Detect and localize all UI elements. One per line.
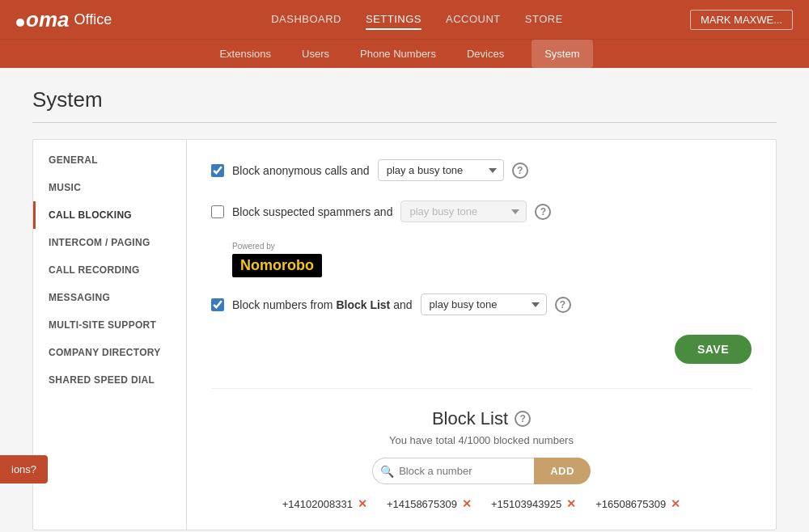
anonymous-calls-checkbox[interactable] <box>211 164 224 177</box>
main-layout: GENERAL MUSIC CALL BLOCKING INTERCOM / P… <box>32 139 777 530</box>
sidebar-item-company-directory[interactable]: COMPANY DIRECTORY <box>33 339 186 366</box>
anonymous-calls-row: Block anonymous calls and play a busy to… <box>211 159 752 181</box>
save-button-row: SAVE <box>211 335 752 364</box>
blocked-number-value: +15103943925 <box>491 498 561 510</box>
sub-nav: Extensions Users Phone Numbers Devices S… <box>0 39 809 68</box>
block-list-input-row: 🔍 ADD <box>211 458 752 484</box>
main-nav: DASHBOARD SETTINGS ACCOUNT STORE <box>144 10 690 30</box>
suspected-spammers-row: Block suspected spammers and play busy t… <box>211 201 752 222</box>
remove-number-button[interactable]: ✕ <box>462 497 472 510</box>
blocked-number-value: +16508675309 <box>595 498 666 510</box>
block-list-title: Block List ? <box>211 408 752 429</box>
powered-by-label: Powered by <box>232 242 752 251</box>
nomorobo-section: Powered by Nomorobo <box>232 242 752 277</box>
add-number-button[interactable]: ADD <box>534 458 591 484</box>
nav-dashboard[interactable]: DASHBOARD <box>271 10 341 30</box>
suspected-spammers-checkbox[interactable] <box>211 205 224 218</box>
nav-store[interactable]: STORE <box>525 10 563 30</box>
blocked-numbers-list: +14102008331 ✕ +14158675309 ✕ +151039439… <box>211 497 752 510</box>
top-nav: oma Office DASHBOARD SETTINGS ACCOUNT ST… <box>0 0 809 39</box>
subnav-extensions[interactable]: Extensions <box>216 40 274 68</box>
subnav-system[interactable]: System <box>532 40 592 68</box>
nomorobo-badge: Nomorobo <box>232 254 322 277</box>
search-icon: 🔍 <box>380 465 394 478</box>
page-content: System GENERAL MUSIC CALL BLOCKING INTER… <box>0 68 809 532</box>
block-list-help-icon[interactable]: ? <box>555 297 571 313</box>
list-item: +14158675309 ✕ <box>387 497 472 510</box>
content-area: Block anonymous calls and play a busy to… <box>187 140 776 530</box>
list-item: +16508675309 ✕ <box>595 497 680 510</box>
block-list-section: Block List ? You have total 4/1000 block… <box>211 388 752 510</box>
nav-settings[interactable]: SETTINGS <box>366 10 421 30</box>
subnav-devices[interactable]: Devices <box>464 40 507 68</box>
subnav-users[interactable]: Users <box>299 40 332 68</box>
page-divider <box>32 122 777 123</box>
page-title: System <box>32 87 777 112</box>
block-list-row: Block numbers from Block List and play b… <box>211 293 752 315</box>
logo-ooma: oma <box>16 7 69 32</box>
block-list-select[interactable]: play busy tone play a busy tone play a m… <box>421 293 547 315</box>
block-list-label: Block numbers from Block List and <box>232 298 413 311</box>
sidebar-item-multi-site[interactable]: MULTI-SITE SUPPORT <box>33 311 186 339</box>
block-number-input[interactable] <box>372 458 534 484</box>
sidebar-item-call-blocking[interactable]: CALL BLOCKING <box>33 201 186 229</box>
sidebar-item-speed-dial[interactable]: SHARED SPEED DIAL <box>33 366 186 394</box>
sidebar-item-messaging[interactable]: MESSAGING <box>33 284 186 311</box>
sidebar-item-music[interactable]: MUSIC <box>33 174 186 201</box>
nav-account[interactable]: ACCOUNT <box>446 10 501 30</box>
block-list-title-help-icon[interactable]: ? <box>515 411 531 427</box>
sidebar-item-call-recording[interactable]: CALL RECORDING <box>33 256 186 284</box>
left-bubble[interactable]: ions? <box>0 455 48 483</box>
suspected-spammers-help-icon[interactable]: ? <box>535 204 551 220</box>
subnav-phone-numbers[interactable]: Phone Numbers <box>357 40 439 68</box>
remove-number-button[interactable]: ✕ <box>566 497 576 510</box>
anonymous-calls-help-icon[interactable]: ? <box>512 163 528 179</box>
blocked-number-value: +14158675309 <box>387 498 457 510</box>
anonymous-calls-label: Block anonymous calls and <box>232 164 370 177</box>
remove-number-button[interactable]: ✕ <box>358 497 367 510</box>
user-menu-button[interactable]: MARK MAXWE... <box>690 10 793 30</box>
suspected-spammers-select[interactable]: play busy tone play a busy tone play a m… <box>400 201 527 222</box>
logo-office: Office <box>74 11 112 28</box>
logo: oma Office <box>16 7 112 32</box>
anonymous-calls-select[interactable]: play a busy tone play a message forward … <box>378 159 504 181</box>
list-item: +14102008331 ✕ <box>282 497 367 510</box>
block-input-wrapper: 🔍 <box>372 458 534 484</box>
list-item: +15103943925 ✕ <box>491 497 576 510</box>
sidebar-item-general[interactable]: GENERAL <box>33 146 186 174</box>
sidebar-item-intercom[interactable]: INTERCOM / PAGING <box>33 229 186 256</box>
sidebar: GENERAL MUSIC CALL BLOCKING INTERCOM / P… <box>33 140 187 530</box>
remove-number-button[interactable]: ✕ <box>671 497 680 510</box>
suspected-spammers-label: Block suspected spammers and <box>232 205 392 218</box>
block-list-subtitle: You have total 4/1000 blocked numbers <box>211 434 752 446</box>
save-button[interactable]: SAVE <box>675 335 752 364</box>
blocked-number-value: +14102008331 <box>282 498 353 510</box>
block-list-checkbox[interactable] <box>211 298 224 311</box>
